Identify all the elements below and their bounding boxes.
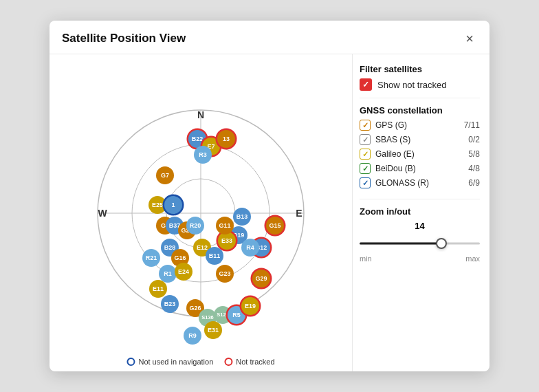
gnss-count-galileo: 5/8 bbox=[468, 149, 480, 159]
satellite-R9[interactable]: R9 bbox=[184, 327, 201, 345]
satellite-R20[interactable]: R20 bbox=[186, 217, 204, 235]
gnss-checkbox-gps[interactable]: ✓ bbox=[360, 120, 371, 131]
show-not-tracked-checkbox[interactable]: ✓ bbox=[360, 78, 372, 91]
dialog-body: N S E W B22E713R3G7E251G6B37G27B28R21G16… bbox=[50, 54, 490, 371]
filter-section: Filter satellites ✓ Show not tracked bbox=[360, 64, 480, 91]
satellite-1[interactable]: 1 bbox=[164, 196, 182, 214]
satellite-B11[interactable]: B11 bbox=[206, 247, 223, 265]
gnss-count-beidou: 4/8 bbox=[468, 164, 480, 173]
satellite-B23[interactable]: B23 bbox=[161, 295, 179, 313]
legend-dot-blue bbox=[126, 358, 135, 366]
gnss-row-galileo[interactable]: ✓ Galileo (E) 5/8 bbox=[360, 149, 480, 160]
zoom-max-label: max bbox=[465, 254, 480, 263]
satellite-E19[interactable]: E19 bbox=[241, 297, 259, 315]
legend-dot-red bbox=[224, 358, 232, 366]
gnss-label-sbas: SBAS (S) bbox=[375, 135, 463, 144]
right-panel: Filter satellites ✓ Show not tracked GNS… bbox=[352, 54, 490, 371]
satellite-E24[interactable]: E24 bbox=[175, 263, 192, 281]
gnss-checkmark-glonass: ✓ bbox=[362, 179, 368, 188]
gnss-checkbox-galileo[interactable]: ✓ bbox=[360, 149, 371, 160]
legend-label-not-used: Not used in navigation bbox=[138, 358, 213, 366]
satellite-E31[interactable]: E31 bbox=[204, 321, 222, 339]
gnss-row-gps[interactable]: ✓ GPS (G) 7/11 bbox=[360, 120, 480, 131]
gnss-row-beidou[interactable]: ✓ BeiDou (B) 4/8 bbox=[360, 163, 480, 174]
dialog-title: Satellite Position View bbox=[62, 32, 186, 45]
legend: Not used in navigation Not tracked bbox=[126, 358, 274, 366]
zoom-min-label: min bbox=[360, 254, 372, 263]
satellite-G29[interactable]: G29 bbox=[252, 270, 270, 287]
gnss-checkmark-galileo: ✓ bbox=[362, 150, 368, 159]
sky-panel: N S E W B22E713R3G7E251G6B37G27B28R21G16… bbox=[50, 54, 352, 371]
gnss-checkmark-beidou: ✓ bbox=[362, 164, 368, 173]
gnss-count-glonass: 6/9 bbox=[468, 178, 480, 188]
gnss-checkbox-beidou[interactable]: ✓ bbox=[360, 163, 371, 174]
gnss-checkmark-gps: ✓ bbox=[362, 121, 368, 130]
gnss-label-gps: GPS (G) bbox=[375, 120, 459, 130]
zoom-section-title: Zoom in/out bbox=[360, 206, 480, 217]
gnss-row-sbas[interactable]: ✓ SBAS (S) 0/2 bbox=[360, 134, 480, 145]
gnss-section: GNSS constellation ✓ GPS (G) 7/11 ✓ SBAS… bbox=[360, 105, 480, 192]
dialog-header: Satellite Position View × bbox=[50, 21, 490, 54]
legend-not-used: Not used in navigation bbox=[126, 358, 213, 366]
satellite-R4[interactable]: R4 bbox=[241, 239, 259, 257]
gnss-label-glonass: GLONASS (R) bbox=[375, 178, 463, 188]
satellite-G7[interactable]: G7 bbox=[156, 166, 174, 184]
check-icon: ✓ bbox=[362, 80, 369, 89]
satellite-R3[interactable]: R3 bbox=[194, 146, 212, 164]
satellite-G23[interactable]: G23 bbox=[216, 265, 234, 283]
satellite-B13[interactable]: B13 bbox=[233, 208, 251, 226]
satellite-R21[interactable]: R21 bbox=[142, 249, 160, 267]
zoom-minmax: min max bbox=[360, 254, 480, 263]
zoom-slider[interactable] bbox=[360, 234, 480, 253]
satellite-13[interactable]: 13 bbox=[217, 130, 235, 148]
gnss-label-galileo: Galileo (E) bbox=[375, 149, 463, 159]
zoom-thumb[interactable] bbox=[436, 238, 447, 249]
satellite-R1[interactable]: R1 bbox=[159, 265, 177, 283]
filter-row: ✓ Show not tracked bbox=[360, 78, 480, 91]
gnss-checkmark-sbas: ✓ bbox=[362, 135, 368, 144]
sky-canvas: N S E W B22E713R3G7E251G6B37G27B28R21G16… bbox=[91, 103, 311, 323]
show-not-tracked-label: Show not tracked bbox=[377, 80, 446, 90]
gnss-count-gps: 7/11 bbox=[464, 120, 480, 130]
satellite-dialog: Satellite Position View × N S bbox=[50, 21, 490, 371]
gnss-count-sbas: 0/2 bbox=[468, 135, 480, 144]
gnss-list: ✓ GPS (G) 7/11 ✓ SBAS (S) 0/2 ✓ Galileo … bbox=[360, 120, 480, 188]
legend-not-tracked: Not tracked bbox=[224, 358, 274, 366]
gnss-label-beidou: BeiDou (B) bbox=[375, 164, 463, 173]
satellite-G15[interactable]: G15 bbox=[266, 217, 284, 235]
satellite-E11[interactable]: E11 bbox=[149, 280, 167, 298]
close-button[interactable]: × bbox=[462, 30, 477, 47]
zoom-value: 14 bbox=[360, 221, 480, 231]
zoom-section: Zoom in/out 14 min max bbox=[360, 206, 480, 263]
zoom-track-filled bbox=[360, 243, 441, 245]
divider-1 bbox=[360, 98, 480, 98]
gnss-section-title: GNSS constellation bbox=[360, 105, 480, 116]
satellite-G11[interactable]: G11 bbox=[216, 217, 234, 235]
filter-section-title: Filter satellites bbox=[360, 64, 480, 74]
legend-label-not-tracked: Not tracked bbox=[236, 358, 274, 366]
gnss-checkbox-glonass[interactable]: ✓ bbox=[360, 177, 371, 188]
gnss-row-glonass[interactable]: ✓ GLONASS (R) 6/9 bbox=[360, 177, 480, 188]
gnss-checkbox-sbas[interactable]: ✓ bbox=[360, 134, 371, 145]
divider-2 bbox=[360, 199, 480, 199]
